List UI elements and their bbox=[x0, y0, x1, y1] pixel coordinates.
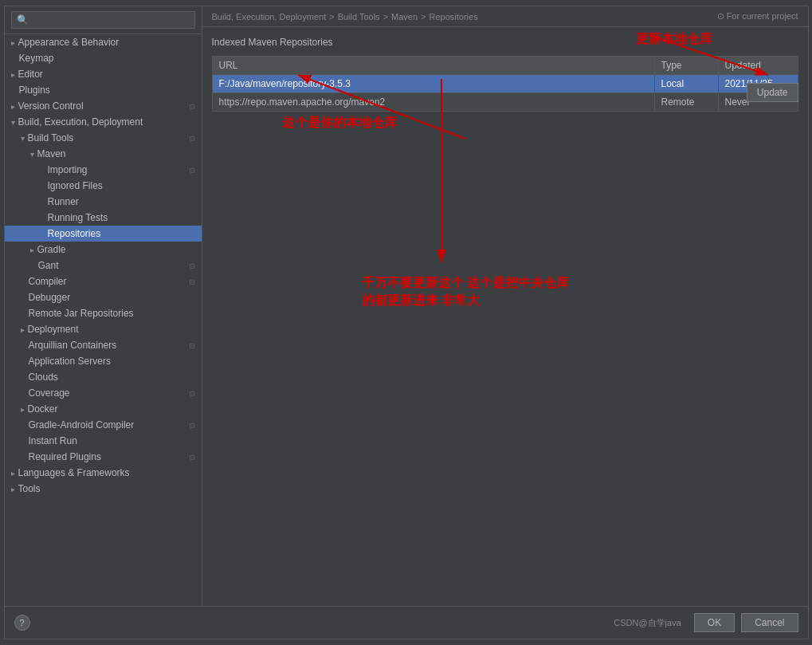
sidebar-item-icon-compiler: ⊙ bbox=[189, 277, 195, 286]
sidebar-item-languages[interactable]: ▸Languages & Frameworks bbox=[5, 465, 202, 481]
sidebar-item-version-control[interactable]: ▸Version Control⊙ bbox=[5, 98, 202, 114]
sidebar-item-label-build-execution: Build, Execution, Deployment bbox=[18, 116, 143, 128]
sidebar-item-label-build-tools: Build Tools bbox=[28, 132, 74, 144]
sidebar-item-icon-build-tools: ⊙ bbox=[189, 134, 195, 143]
sidebar-item-label-importing: Importing bbox=[48, 164, 88, 175]
breadcrumb-sep3: > bbox=[421, 12, 426, 22]
expand-arrow-tools: ▸ bbox=[11, 485, 15, 494]
sidebar-item-maven[interactable]: ▾Maven bbox=[5, 146, 202, 162]
sidebar-item-repositories[interactable]: Repositories bbox=[5, 226, 202, 242]
sidebar-item-label-docker: Docker bbox=[28, 403, 58, 415]
search-box[interactable] bbox=[5, 6, 202, 34]
expand-arrow-docker: ▸ bbox=[21, 405, 25, 414]
col-url: URL bbox=[212, 57, 654, 75]
expand-arrow-languages: ▸ bbox=[11, 469, 15, 478]
main-content: Build, Execution, Deployment > Build Too… bbox=[202, 6, 808, 606]
expand-arrow-version-control: ▸ bbox=[11, 102, 15, 111]
breadcrumb-sep1: > bbox=[329, 12, 334, 22]
breadcrumb-part3: Maven bbox=[391, 12, 418, 22]
expand-arrow-deployment: ▸ bbox=[21, 325, 25, 334]
sidebar-item-label-coverage: Coverage bbox=[29, 387, 70, 399]
sidebar-item-label-version-control: Version Control bbox=[18, 100, 84, 112]
annotations-overlay: 这个是你的本地仓库 更新本地仓库 bbox=[202, 27, 808, 606]
breadcrumb-part4: Repositories bbox=[430, 12, 478, 22]
sidebar-item-runner[interactable]: Runner bbox=[5, 194, 202, 210]
sidebar-item-build-execution[interactable]: ▾Build, Execution, Deployment bbox=[5, 114, 202, 130]
sidebar-item-label-languages: Languages & Frameworks bbox=[18, 467, 130, 478]
update-button[interactable]: Update bbox=[747, 83, 798, 102]
sidebar-item-ignored-files[interactable]: Ignored Files bbox=[5, 178, 202, 194]
sidebar-item-label-gradle-android: Gradle-Android Compiler bbox=[29, 419, 135, 431]
cell-url-1: https://repo.maven.apache.org/maven2 bbox=[212, 93, 654, 112]
sidebar-item-required-plugins[interactable]: Required Plugins⊙ bbox=[5, 449, 202, 465]
sidebar-item-label-remote-jar: Remote Jar Repositories bbox=[29, 308, 134, 319]
cancel-button[interactable]: Cancel bbox=[741, 613, 798, 632]
help-button[interactable]: ? bbox=[14, 615, 30, 631]
sidebar-item-label-ignored-files: Ignored Files bbox=[48, 180, 103, 191]
sidebar-item-label-deployment: Deployment bbox=[28, 324, 79, 335]
sidebar-item-editor[interactable]: ▸Editor bbox=[5, 66, 202, 82]
col-updated: Updated bbox=[718, 57, 798, 75]
expand-arrow-build-execution: ▾ bbox=[11, 118, 15, 127]
sidebar-item-label-keymap: Keymap bbox=[19, 53, 54, 64]
sidebar-item-coverage[interactable]: Coverage⊙ bbox=[5, 385, 202, 401]
breadcrumb-part1: Build, Execution, Deployment bbox=[212, 12, 327, 22]
sidebar-item-importing[interactable]: Importing⊙ bbox=[5, 162, 202, 178]
table-row[interactable]: F:/Java/maven/repository-3.5.3Local2021/… bbox=[212, 75, 798, 93]
sidebar-item-deployment[interactable]: ▸Deployment bbox=[5, 321, 202, 337]
sidebar-item-keymap[interactable]: Keymap bbox=[5, 50, 202, 66]
sidebar-item-label-required-plugins: Required Plugins bbox=[29, 451, 101, 462]
sidebar-item-gradle-android[interactable]: Gradle-Android Compiler⊙ bbox=[5, 417, 202, 433]
sidebar-item-arquillian[interactable]: Arquillian Containers⊙ bbox=[5, 337, 202, 353]
footer-brand: CSDN@自学java bbox=[614, 617, 681, 629]
sidebar: ▸Appearance & BehaviorKeymap▸EditorPlugi… bbox=[5, 6, 202, 606]
expand-arrow-editor: ▸ bbox=[11, 70, 15, 79]
sidebar-item-compiler[interactable]: Compiler⊙ bbox=[5, 273, 202, 289]
sidebar-item-clouds[interactable]: Clouds bbox=[5, 369, 202, 385]
sidebar-item-label-tools: Tools bbox=[18, 483, 41, 494]
sidebar-item-icon-required-plugins: ⊙ bbox=[189, 453, 195, 462]
sidebar-item-instant-run[interactable]: Instant Run bbox=[5, 433, 202, 449]
sidebar-item-label-arquillian: Arquillian Containers bbox=[29, 340, 117, 351]
breadcrumb-sep2: > bbox=[383, 12, 388, 22]
settings-dialog: ▸Appearance & BehaviorKeymap▸EditorPlugi… bbox=[4, 6, 809, 639]
sidebar-item-app-servers[interactable]: Application Servers bbox=[5, 353, 202, 369]
sidebar-item-label-gant: Gant bbox=[38, 260, 59, 271]
sidebar-item-icon-gradle-android: ⊙ bbox=[189, 421, 195, 430]
sidebar-item-label-clouds: Clouds bbox=[29, 372, 58, 383]
sidebar-item-plugins[interactable]: Plugins bbox=[5, 82, 202, 98]
sidebar-item-label-runner: Runner bbox=[48, 196, 79, 207]
sidebar-item-build-tools[interactable]: ▾Build Tools⊙ bbox=[5, 130, 202, 146]
sidebar-item-label-repositories: Repositories bbox=[48, 228, 101, 239]
section-title: Indexed Maven Repositories bbox=[212, 37, 798, 48]
current-project-label: ⊙ For current project bbox=[717, 11, 798, 22]
cell-url-0: F:/Java/maven/repository-3.5.3 bbox=[212, 75, 654, 93]
cell-type-1: Remote bbox=[654, 93, 718, 112]
sidebar-item-label-compiler: Compiler bbox=[29, 276, 67, 287]
sidebar-item-label-plugins: Plugins bbox=[19, 85, 50, 96]
sidebar-item-label-gradle: Gradle bbox=[37, 244, 66, 255]
sidebar-item-tools[interactable]: ▸Tools bbox=[5, 481, 202, 497]
sidebar-item-label-instant-run: Instant Run bbox=[29, 435, 77, 446]
content-area: Indexed Maven Repositories URL Type Upda… bbox=[202, 27, 808, 606]
sidebar-item-icon-gant: ⊙ bbox=[189, 262, 195, 270]
ok-button[interactable]: OK bbox=[694, 613, 735, 632]
sidebar-item-gradle[interactable]: ▸Gradle bbox=[5, 242, 202, 258]
table-row[interactable]: https://repo.maven.apache.org/maven2Remo… bbox=[212, 93, 798, 112]
search-input[interactable] bbox=[11, 11, 195, 29]
breadcrumb: Build, Execution, Deployment > Build Too… bbox=[202, 6, 808, 27]
sidebar-item-debugger[interactable]: Debugger bbox=[5, 289, 202, 305]
sidebar-item-running-tests[interactable]: Running Tests bbox=[5, 210, 202, 226]
breadcrumb-part2: Build Tools bbox=[338, 12, 380, 22]
sidebar-item-appearance[interactable]: ▸Appearance & Behavior bbox=[5, 34, 202, 50]
cell-type-0: Local bbox=[654, 75, 718, 93]
sidebar-item-remote-jar[interactable]: Remote Jar Repositories bbox=[5, 305, 202, 321]
sidebar-item-docker[interactable]: ▸Docker bbox=[5, 401, 202, 417]
sidebar-item-label-running-tests: Running Tests bbox=[48, 212, 108, 223]
sidebar-item-label-app-servers: Application Servers bbox=[29, 356, 111, 367]
warning-label: 千万不要更新这个 这个是把中央仓库的都更新进来 非常大 bbox=[362, 274, 569, 310]
sidebar-item-icon-arquillian: ⊙ bbox=[189, 341, 195, 350]
sidebar-item-gant[interactable]: Gant⊙ bbox=[5, 258, 202, 273]
expand-arrow-build-tools: ▾ bbox=[21, 134, 25, 143]
sidebar-item-icon-version-control: ⊙ bbox=[189, 102, 195, 111]
